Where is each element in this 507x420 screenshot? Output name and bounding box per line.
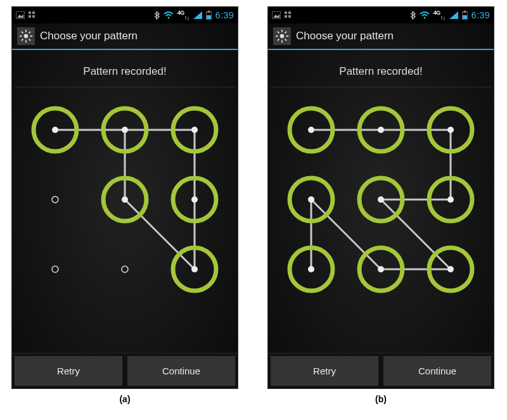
screenshot-a: 4G↑↓ 6:39 Choose your pattern Pattern re… [11, 6, 238, 420]
image-icon [272, 11, 281, 19]
network-label: 4G [433, 10, 440, 20]
svg-point-68 [308, 266, 314, 272]
network-icon: 4G↑↓ [433, 10, 446, 20]
signal-icon [449, 11, 458, 19]
wifi-icon [164, 11, 174, 19]
bluetooth-icon [153, 11, 160, 20]
network-label: 4G [177, 10, 184, 20]
signal-icon [193, 11, 202, 19]
statusbar: 4G↑↓ 6:39 [12, 7, 238, 23]
divider [15, 87, 235, 87]
continue-button[interactable]: Continue [383, 356, 491, 386]
wifi-icon [420, 11, 430, 19]
image-icon [16, 11, 25, 19]
svg-point-46 [280, 34, 284, 38]
screenshot-b: 4G↑↓ 6:39 Choose your pattern Pattern re… [267, 6, 494, 420]
svg-point-31 [52, 266, 58, 272]
svg-rect-10 [207, 15, 211, 19]
svg-point-25 [191, 127, 198, 133]
svg-point-23 [122, 127, 128, 133]
svg-point-21 [52, 127, 58, 133]
retry-button[interactable]: Retry [271, 356, 378, 386]
grid-icon [285, 11, 292, 19]
caption: (b) [375, 394, 387, 404]
content: Pattern recorded! Retry Continue [268, 50, 494, 388]
clock: 6:39 [215, 10, 234, 20]
page-title: Choose your pattern [296, 30, 394, 42]
bluetooth-icon [409, 11, 416, 20]
svg-rect-18 [21, 31, 23, 34]
statusbar: 4G↑↓ 6:39 [268, 7, 494, 23]
svg-point-34 [191, 266, 198, 272]
titlebar: Choose your pattern [12, 23, 238, 50]
content: Pattern recorded! Retry Continue [12, 50, 238, 388]
svg-rect-16 [29, 31, 31, 34]
svg-rect-47 [281, 30, 283, 32]
svg-rect-4 [29, 15, 31, 18]
svg-rect-5 [32, 15, 35, 18]
settings-icon [273, 27, 291, 45]
action-bar: Retry Continue [268, 353, 494, 388]
battery-icon [206, 11, 212, 20]
status-text: Pattern recorded! [268, 65, 494, 78]
svg-marker-42 [449, 11, 458, 19]
svg-rect-40 [288, 15, 291, 18]
svg-point-11 [24, 34, 28, 38]
svg-rect-53 [277, 31, 279, 34]
pattern-grid[interactable] [12, 95, 238, 353]
svg-rect-12 [25, 30, 27, 32]
svg-rect-39 [285, 15, 287, 18]
svg-point-32 [122, 266, 128, 272]
status-text: Pattern recorded! [12, 65, 238, 78]
titlebar: Choose your pattern [268, 23, 494, 50]
svg-point-64 [378, 196, 384, 203]
svg-rect-52 [277, 39, 279, 41]
phone-frame: 4G↑↓ 6:39 Choose your pattern Pattern re… [267, 6, 494, 389]
svg-rect-38 [288, 11, 291, 14]
svg-point-70 [378, 266, 384, 272]
svg-rect-48 [281, 40, 283, 42]
svg-point-26 [52, 196, 58, 203]
pattern-grid[interactable] [268, 95, 494, 353]
svg-marker-7 [193, 11, 202, 19]
svg-point-41 [423, 17, 425, 19]
svg-point-60 [447, 127, 454, 133]
svg-point-6 [167, 17, 169, 19]
continue-button[interactable]: Continue [127, 356, 235, 386]
svg-point-28 [122, 196, 128, 203]
svg-rect-51 [285, 31, 287, 34]
settings-icon [17, 27, 35, 45]
svg-rect-37 [285, 11, 287, 14]
grid-icon [29, 11, 36, 19]
svg-rect-45 [463, 15, 467, 19]
lock-pattern-svg [20, 95, 229, 304]
svg-rect-15 [30, 35, 32, 37]
lock-pattern-svg [276, 95, 485, 304]
svg-rect-19 [29, 39, 31, 41]
svg-rect-13 [25, 40, 27, 42]
svg-rect-14 [20, 35, 22, 37]
network-icon: 4G↑↓ [177, 10, 189, 20]
divider [271, 87, 491, 87]
svg-rect-50 [286, 35, 288, 37]
svg-marker-1 [17, 14, 23, 18]
svg-rect-3 [32, 11, 35, 14]
svg-rect-49 [276, 35, 278, 37]
caption: (a) [119, 394, 130, 404]
svg-rect-54 [285, 39, 287, 41]
retry-button[interactable]: Retry [15, 356, 122, 386]
battery-icon [462, 11, 468, 20]
page-title: Choose your pattern [40, 30, 138, 42]
svg-point-30 [191, 196, 198, 203]
clock: 6:39 [472, 10, 490, 20]
action-bar: Retry Continue [12, 353, 238, 388]
svg-rect-2 [29, 11, 31, 14]
svg-rect-17 [21, 39, 23, 41]
svg-point-56 [308, 127, 314, 133]
svg-point-72 [447, 266, 454, 272]
svg-point-66 [447, 196, 454, 203]
phone-frame: 4G↑↓ 6:39 Choose your pattern Pattern re… [11, 6, 238, 389]
svg-point-58 [378, 127, 384, 133]
svg-marker-36 [273, 14, 279, 18]
svg-point-62 [308, 196, 314, 203]
